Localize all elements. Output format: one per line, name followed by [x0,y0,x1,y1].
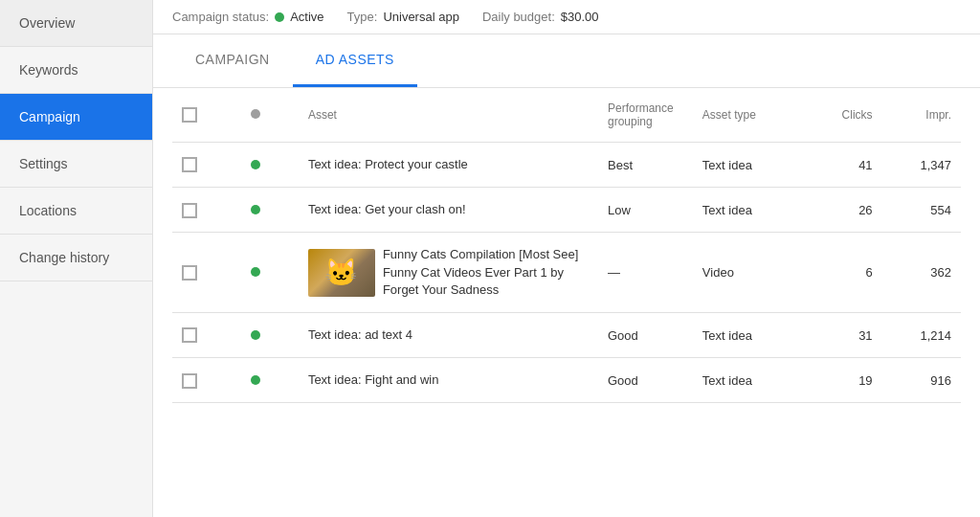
asset-content: Text idea: Protect your castle [308,156,589,173]
asset-content: Text idea: Fight and win [308,371,589,389]
campaign-type: Type: Universal app [347,10,459,24]
row-asset-cell: Text idea: ad text 4 [299,312,598,357]
budget-label: Daily budget: [482,10,555,24]
header-dot-gray [251,109,260,119]
row-asset-type-cell: Text idea [693,358,803,403]
row-status-dot [251,267,260,277]
row-checkbox[interactable] [182,157,197,172]
row-checkbox[interactable] [182,373,197,389]
col-header-dot [241,88,299,143]
row-status-dot-cell [241,188,299,233]
row-checkbox[interactable] [182,203,197,218]
main-content: Campaign status: Active Type: Universal … [153,0,980,517]
row-status-dot [251,330,260,340]
tab-campaign[interactable]: CAMPAIGN [172,34,293,87]
row-asset-cell: Text idea: Protect your castle [299,143,598,188]
row-clicks-cell: 6 [803,233,881,313]
row-status-dot [251,160,260,169]
table-header-row: Asset Performance grouping Asset type Cl… [172,88,961,143]
row-status-dot-cell [241,143,299,188]
asset-label: Text idea: Fight and win [308,371,439,389]
top-bar: Campaign status: Active Type: Universal … [153,0,980,34]
row-impr-cell: 1,347 [882,143,961,188]
row-checkbox-cell [172,188,241,233]
row-asset-cell: Text idea: Get your clash on! [299,188,598,233]
table-body: Text idea: Protect your castleBestText i… [172,143,961,403]
campaign-status: Campaign status: Active [172,10,324,24]
col-header-check [172,88,241,143]
row-status-dot [251,375,260,385]
row-performance-cell: Good [598,312,693,357]
row-impr-cell: 916 [882,358,961,403]
row-impr-cell: 362 [882,233,961,313]
row-status-dot [251,205,260,214]
assets-table: Asset Performance grouping Asset type Cl… [172,88,961,403]
row-performance-cell: Good [598,358,693,403]
sidebar-item-locations[interactable]: Locations [0,188,152,235]
asset-label: Funny Cats Compilation [Most See] Funny … [383,246,589,299]
table-row: Text idea: ad text 4GoodText idea311,214 [172,312,961,357]
table-row: Text idea: Fight and winGoodText idea199… [172,358,961,403]
sidebar-item-campaign[interactable]: Campaign [0,94,152,141]
sidebar-item-settings[interactable]: Settings [0,141,152,188]
sidebar-item-overview[interactable]: Overview [0,0,152,47]
type-value: Universal app [383,10,459,24]
status-dot-green [275,12,284,22]
table-row: 🐱Funny Cats Compilation [Most See] Funny… [172,233,961,313]
col-header-clicks: Clicks [803,88,881,143]
row-clicks-cell: 41 [803,143,881,188]
row-asset-cell: Text idea: Fight and win [299,358,598,403]
row-asset-type-cell: Text idea [693,143,803,188]
col-header-asset-type: Asset type [693,88,803,143]
row-checkbox-cell [172,312,241,357]
col-header-impr: Impr. [882,88,961,143]
row-status-dot-cell [241,233,299,313]
asset-content: Text idea: ad text 4 [308,326,589,344]
tab-ad-assets[interactable]: AD ASSETS [293,34,417,87]
row-checkbox-cell [172,233,241,313]
row-checkbox-cell [172,358,241,403]
row-clicks-cell: 19 [803,358,881,403]
row-status-dot-cell [241,312,299,357]
asset-label: Text idea: Protect your castle [308,156,468,173]
row-impr-cell: 1,214 [882,312,961,357]
row-asset-cell: 🐱Funny Cats Compilation [Most See] Funny… [299,233,598,313]
assets-table-container: Asset Performance grouping Asset type Cl… [153,88,980,517]
row-impr-cell: 554 [882,188,961,233]
asset-label: Text idea: ad text 4 [308,326,412,344]
col-header-asset: Asset [299,88,598,143]
tab-bar: CAMPAIGN AD ASSETS [153,34,980,88]
status-label: Campaign status: [172,10,269,24]
row-performance-cell: Best [598,143,693,188]
status-value: Active [290,10,323,24]
asset-label: Text idea: Get your clash on! [308,201,466,218]
row-performance-cell: — [598,233,693,313]
cat-icon: 🐱 [324,259,358,286]
row-clicks-cell: 31 [803,312,881,357]
table-row: Text idea: Get your clash on!LowText ide… [172,188,961,233]
asset-content: Text idea: Get your clash on! [308,201,589,218]
row-checkbox-cell [172,143,241,188]
video-thumbnail: 🐱 [308,249,375,297]
row-status-dot-cell [241,358,299,403]
type-label: Type: [347,10,378,24]
sidebar-item-keywords[interactable]: Keywords [0,47,152,94]
row-clicks-cell: 26 [803,188,881,233]
col-header-performance: Performance grouping [598,88,693,143]
row-asset-type-cell: Video [693,233,803,313]
row-asset-type-cell: Text idea [693,312,803,357]
table-row: Text idea: Protect your castleBestText i… [172,143,961,188]
asset-content: 🐱Funny Cats Compilation [Most See] Funny… [308,246,589,299]
row-checkbox[interactable] [182,327,197,343]
budget-value: $30.00 [561,10,599,24]
row-asset-type-cell: Text idea [693,188,803,233]
header-checkbox[interactable] [182,107,197,123]
daily-budget: Daily budget: $30.00 [482,10,599,24]
row-performance-cell: Low [598,188,693,233]
sidebar: Overview Keywords Campaign Settings Loca… [0,0,153,517]
row-checkbox[interactable] [182,265,197,281]
sidebar-item-change-history[interactable]: Change history [0,235,152,281]
